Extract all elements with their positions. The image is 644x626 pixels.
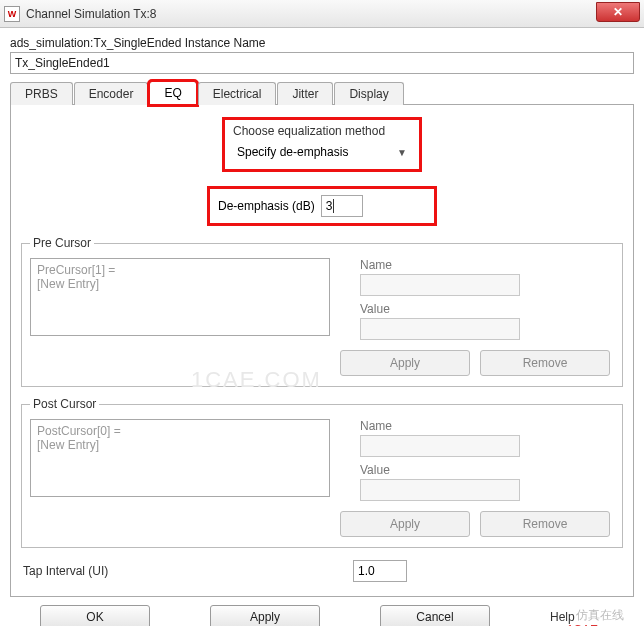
pre-value-input[interactable] (360, 318, 520, 340)
post-name-input[interactable] (360, 435, 520, 457)
close-icon: ✕ (613, 5, 623, 19)
list-item[interactable]: PostCursor[0] = (37, 424, 323, 438)
pre-cursor-legend: Pre Cursor (30, 236, 94, 250)
pre-value-label: Value (360, 302, 614, 316)
post-value-input[interactable] (360, 479, 520, 501)
deemphasis-label: De-emphasis (dB) (218, 199, 315, 213)
tap-interval-label: Tap Interval (UI) (23, 564, 353, 578)
help-button[interactable]: Help (550, 610, 575, 624)
tap-interval-value: 1.0 (358, 564, 375, 578)
eq-method-select[interactable]: Specify de-emphasis ▼ (233, 141, 411, 163)
deemphasis-group: De-emphasis (dB) 3 (207, 186, 437, 226)
pre-cursor-list[interactable]: PreCursor[1] = [New Entry] (30, 258, 330, 336)
titlebar: W Channel Simulation Tx:8 ✕ (0, 0, 644, 28)
cancel-button[interactable]: Cancel (380, 605, 490, 626)
post-apply-button[interactable]: Apply (340, 511, 470, 537)
eq-method-value: Specify de-emphasis (237, 145, 348, 159)
tab-display[interactable]: Display (334, 82, 403, 105)
deemphasis-input[interactable]: 3 (321, 195, 363, 217)
eq-method-group: Choose equalization method Specify de-em… (222, 117, 422, 172)
post-remove-button[interactable]: Remove (480, 511, 610, 537)
list-item[interactable]: PreCursor[1] = (37, 263, 323, 277)
eq-method-label: Choose equalization method (233, 124, 411, 138)
instance-label: ads_simulation:Tx_SingleEnded Instance N… (10, 36, 634, 50)
tab-jitter[interactable]: Jitter (277, 82, 333, 105)
apply-button[interactable]: Apply (210, 605, 320, 626)
tab-encoder[interactable]: Encoder (74, 82, 149, 105)
ok-button[interactable]: OK (40, 605, 150, 626)
tab-electrical[interactable]: Electrical (198, 82, 277, 105)
tab-bar: PRBS Encoder EQ Electrical Jitter Displa… (10, 80, 634, 105)
dialog-button-bar: OK Apply Cancel Help 仿真在线 www.1CAE.com (10, 597, 634, 626)
dialog-content: ads_simulation:Tx_SingleEnded Instance N… (0, 28, 644, 626)
list-item[interactable]: [New Entry] (37, 438, 323, 452)
post-cursor-list[interactable]: PostCursor[0] = [New Entry] (30, 419, 330, 497)
window-title: Channel Simulation Tx:8 (26, 7, 157, 21)
post-cursor-legend: Post Cursor (30, 397, 99, 411)
chevron-down-icon: ▼ (397, 147, 407, 158)
close-button[interactable]: ✕ (596, 2, 640, 22)
list-item[interactable]: [New Entry] (37, 277, 323, 291)
post-cursor-group: Post Cursor PostCursor[0] = [New Entry] … (21, 397, 623, 548)
app-icon: W (4, 6, 20, 22)
tab-prbs[interactable]: PRBS (10, 82, 73, 105)
post-name-label: Name (360, 419, 614, 433)
tap-interval-input[interactable]: 1.0 (353, 560, 407, 582)
pre-apply-button[interactable]: Apply (340, 350, 470, 376)
pre-name-input[interactable] (360, 274, 520, 296)
instance-name-input[interactable] (10, 52, 634, 74)
pre-cursor-group: Pre Cursor PreCursor[1] = [New Entry] Na… (21, 236, 623, 387)
pre-remove-button[interactable]: Remove (480, 350, 610, 376)
tab-eq[interactable]: EQ (149, 81, 196, 105)
text-caret (333, 199, 334, 213)
deemphasis-value: 3 (326, 199, 333, 213)
post-value-label: Value (360, 463, 614, 477)
pre-name-label: Name (360, 258, 614, 272)
tab-panel-eq: 1CAE.COM Choose equalization method Spec… (10, 105, 634, 597)
tap-interval-row: Tap Interval (UI) 1.0 (23, 560, 621, 582)
